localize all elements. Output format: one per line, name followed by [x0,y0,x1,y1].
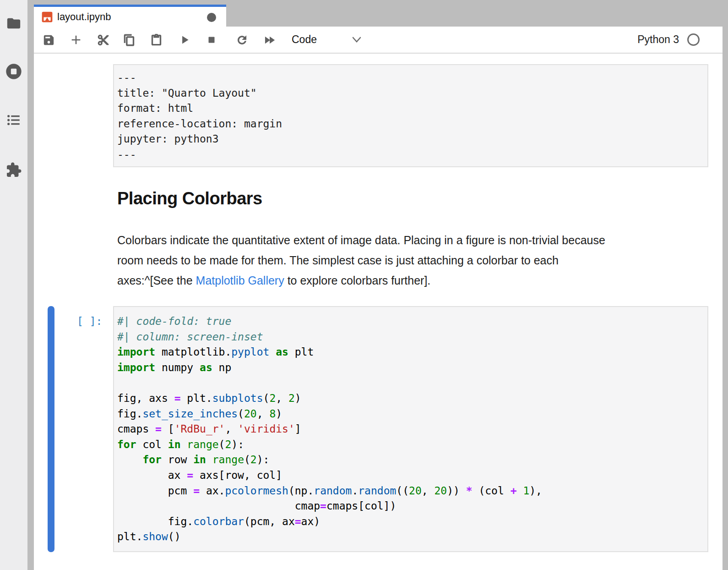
kernel-name: Python 3 [637,33,679,46]
run-cell-button[interactable] [175,31,194,49]
plus-icon [70,33,82,46]
restart-icon [236,34,248,46]
sidebar-item-table-of-contents[interactable] [0,107,27,133]
window-right-edge [723,0,728,570]
paragraph-line: axes:^[See the Matplotlib Gallery to exp… [117,270,703,290]
cell-type-dropdown[interactable]: Code [292,27,392,53]
tab-title: layout.ipynb [57,11,111,23]
folder-icon [6,16,22,31]
save-icon [43,34,55,46]
code-line: ax = axs[row, col] [117,468,704,483]
left-activity-bar [0,0,27,570]
code-line: for col in range(2): [117,437,704,453]
code-line: import numpy as np [117,360,704,376]
table-of-contents-icon [6,112,22,128]
code-line [117,375,704,391]
restart-kernel-button[interactable] [233,31,251,49]
cell-type-value: Code [292,33,317,46]
code-cell-content: #| code-fold: true#| column: screen-inse… [117,314,704,545]
raw-cell-editor[interactable]: ---title: "Quarto Layout"format: htmlref… [113,64,708,167]
paragraph-line: room needs to be made for them. The simp… [117,250,703,270]
raw-line: reference-location: margin [117,116,704,132]
code-cell-editor[interactable]: #| code-fold: true#| column: screen-inse… [113,306,708,552]
paste-cells-button[interactable] [147,31,165,49]
raw-line: --- [117,147,704,163]
scissors-icon [97,34,109,46]
markdown-heading: Placing Colorbars [117,189,262,208]
unsaved-changes-dot [207,13,216,22]
paragraph-text: room needs to be made for them. The simp… [117,254,559,267]
clipboard-icon [150,34,163,46]
code-line: cmap=cmaps[col]) [117,499,704,514]
code-line: pcm = ax.pcolormesh(np.random.random((20… [117,483,704,499]
kernel-status-icon [687,33,700,46]
cell-collapser[interactable] [48,306,54,552]
insert-cell-button[interactable] [67,31,85,49]
markdown-paragraph: Colorbars indicate the quantitative exte… [117,230,703,290]
restart-run-all-button[interactable] [260,31,278,49]
code-line: for row in range(2): [117,452,704,468]
code-line: fig.set_size_inches(20, 8) [117,406,704,422]
raw-line: --- [117,70,704,86]
paragraph-text: to explore colorbars further]. [284,274,431,287]
sidebar-item-extensions[interactable] [0,157,27,183]
sidebar-item-file-browser[interactable] [0,11,27,36]
cut-cells-button[interactable] [94,31,112,49]
stop-icon [206,34,217,45]
interrupt-kernel-button[interactable] [202,31,221,49]
code-line: #| code-fold: true [117,314,704,329]
code-line: fig, axs = plt.subplots(2, 2) [117,391,704,406]
sidebar-item-running-kernels[interactable] [0,59,27,84]
save-button[interactable] [39,31,58,49]
code-line: plt.show() [117,529,704,545]
notebook-toolbar: Code Python 3 [34,27,723,54]
puzzle-icon [5,162,22,178]
chevron-down-icon [351,37,362,43]
code-line: import matplotlib.pyplot as plt [117,345,704,360]
input-prompt: [ ]: [77,314,102,329]
notebook-icon [41,11,53,23]
matplotlib-gallery-link[interactable]: Matplotlib Gallery [196,274,284,287]
paragraph-text: axes:^[See the [117,274,196,287]
code-line: cmaps = ['RdBu_r', 'viridis'] [117,422,704,437]
tab-layout-ipynb[interactable]: layout.ipynb [34,5,226,27]
raw-cell-content: ---title: "Quarto Layout"format: htmlref… [117,70,704,163]
paragraph-line: Colorbars indicate the quantitative exte… [117,230,703,250]
running-kernels-icon [5,62,23,81]
raw-line: title: "Quarto Layout" [117,86,704,101]
tab-bar: layout.ipynb [34,0,723,27]
copy-cells-button[interactable] [120,31,138,49]
code-line: fig.colorbar(pcm, ax=ax) [117,514,704,530]
sidebar-divider [27,0,34,570]
run-icon [179,34,190,46]
raw-line: format: html [117,101,704,116]
kernel-switcher[interactable]: Python 3 [637,27,700,53]
code-line: #| column: screen-inset [117,329,704,345]
copy-icon [123,34,136,46]
raw-line: jupyter: python3 [117,132,704,147]
fast-forward-icon [263,34,276,46]
